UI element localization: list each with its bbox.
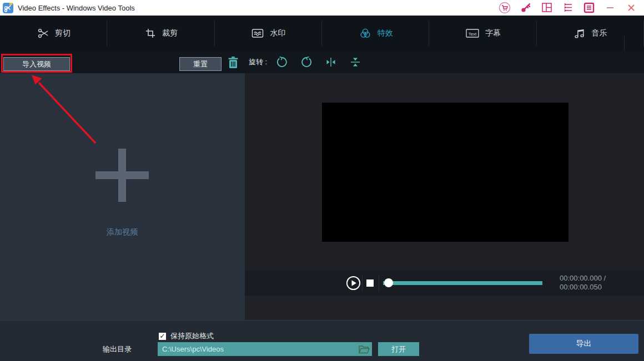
seek-slider-handle[interactable] — [384, 278, 393, 287]
rotate-toolbar: 旋转 : — [245, 51, 644, 73]
plus-icon — [95, 149, 149, 202]
preview-area — [245, 73, 644, 271]
player-divider — [362, 274, 363, 292]
effects-list-icon[interactable] — [561, 2, 575, 14]
window-title: Video Effects - Windows Video Tools — [18, 4, 135, 12]
tab-label: 字幕 — [485, 28, 501, 38]
minimize-button[interactable] — [603, 2, 617, 14]
tool-row: 导入视频 重置 旋转 : — [0, 51, 644, 73]
flip-vertical-icon[interactable] — [349, 56, 361, 68]
tab-music[interactable]: 音乐 — [537, 16, 644, 51]
stop-button[interactable] — [366, 279, 374, 287]
time-display: 00:00:00.000 / 00:00:00.050 — [560, 274, 606, 292]
flip-horizontal-icon[interactable] — [325, 56, 337, 68]
rotate-cw-icon[interactable] — [300, 56, 313, 68]
player-divider — [379, 274, 379, 292]
keep-format-checkbox[interactable]: ✓ — [159, 333, 166, 340]
music-icon — [573, 27, 586, 39]
output-path-input[interactable] — [158, 342, 372, 356]
tab-label: 水印 — [270, 28, 285, 38]
key-register-icon[interactable] — [519, 2, 533, 14]
tab-label: 音乐 — [591, 28, 607, 38]
tab-crop[interactable]: 裁剪 — [107, 16, 214, 51]
tab-watermark[interactable]: 水印 — [215, 16, 322, 51]
close-button[interactable] — [624, 2, 638, 14]
player-bar: 00:00:00.000 / 00:00:00.050 — [245, 271, 644, 296]
app-window: Video Effects - Windows Video Tools — [0, 0, 644, 361]
effects-icon — [359, 27, 372, 40]
lower-strip — [245, 296, 644, 320]
time-total: 00:00:00.050 — [560, 283, 606, 292]
export-button[interactable]: 导出 — [529, 334, 638, 354]
open-folder-button[interactable]: 打开 — [378, 342, 419, 356]
add-video-dropzone[interactable]: 添加视频 — [67, 145, 178, 245]
output-dir-label: 输出目录 — [103, 344, 132, 354]
scissors-icon — [37, 27, 49, 39]
tab-label: 裁剪 — [162, 28, 178, 38]
app-logo-icon — [3, 3, 13, 13]
subtitle-icon: Text — [465, 28, 480, 39]
trash-icon[interactable] — [227, 56, 239, 69]
folder-icon[interactable] — [358, 344, 370, 354]
media-list-panel: 添加视频 — [0, 73, 245, 320]
seek-slider[interactable] — [383, 281, 542, 285]
subtitle-icon-text: Text — [469, 32, 477, 37]
import-video-button[interactable]: 导入视频 — [3, 57, 70, 71]
layout-panels-icon[interactable] — [540, 2, 554, 14]
tab-effects[interactable]: 特效 — [322, 16, 429, 51]
output-bar: 输出目录 ✓ 保持原始格式 打开 导出 下载吧 www.xiazaiba.com — [0, 320, 644, 361]
menu-icon[interactable] — [582, 2, 596, 14]
tab-label: 剪切 — [55, 28, 71, 38]
main-tab-bar: 剪切 裁剪 水印 — [0, 16, 644, 51]
tab-subtitle[interactable]: Text 字幕 — [429, 16, 536, 51]
rotate-ccw-icon[interactable] — [276, 56, 288, 68]
time-current: 00:00:00.000 / — [560, 274, 606, 283]
play-button[interactable] — [346, 276, 361, 291]
reset-button[interactable]: 重置 — [179, 57, 222, 71]
video-frame — [322, 103, 568, 242]
tab-label: 特效 — [378, 28, 393, 38]
crop-icon — [144, 27, 157, 39]
title-bar: Video Effects - Windows Video Tools — [0, 0, 644, 16]
left-toolbar: 导入视频 重置 — [0, 51, 245, 73]
watermark-icon — [251, 27, 264, 39]
store-cart-icon[interactable] — [497, 2, 512, 14]
tab-cut[interactable]: 剪切 — [0, 16, 107, 51]
rotate-label: 旋转 : — [249, 57, 267, 67]
keep-format-label: 保持原始格式 — [170, 331, 214, 341]
add-video-label: 添加视频 — [67, 227, 178, 237]
